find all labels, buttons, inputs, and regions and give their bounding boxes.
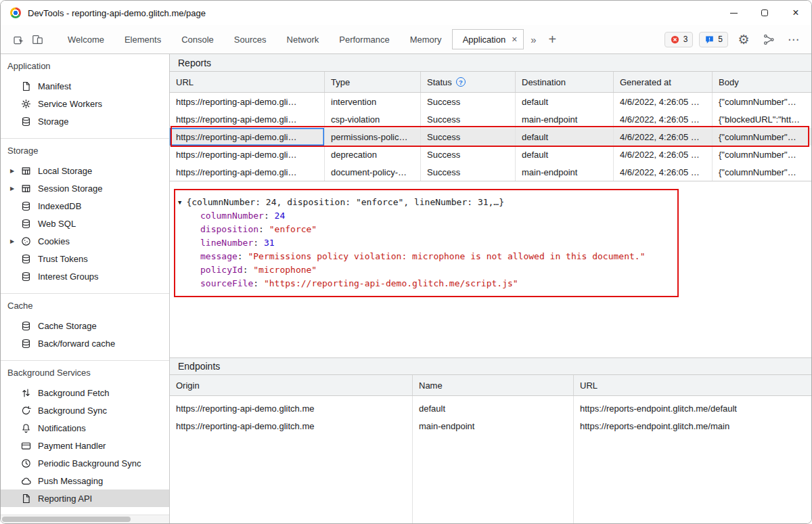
- sidebar-item-label: Storage: [38, 116, 69, 127]
- issues-counter[interactable]: 5: [699, 32, 728, 47]
- sidebar-item-session-storage[interactable]: ▶Session Storage: [1, 179, 169, 197]
- tab-sources[interactable]: Sources: [224, 29, 277, 49]
- column-header-body[interactable]: Body: [713, 72, 811, 92]
- cell-name[interactable]: default: [413, 399, 573, 417]
- tab-application[interactable]: Application×: [452, 29, 524, 49]
- column-header-name[interactable]: Name: [413, 375, 574, 395]
- cell-type: intervention: [325, 93, 421, 110]
- report-row[interactable]: https://reporting-api-demo.gli…deprecati…: [170, 146, 811, 163]
- tab-welcome[interactable]: Welcome: [58, 29, 114, 49]
- toggle-device-toolbar-button[interactable]: [28, 29, 47, 49]
- sidebar-item-storage[interactable]: Storage: [1, 112, 169, 130]
- sidebar-item-back-forward-cache[interactable]: Back/forward cache: [1, 334, 169, 352]
- cell-origin[interactable]: https://reporting-api-demo.glitch.me: [170, 399, 412, 417]
- sidebar-item-manifest[interactable]: Manifest: [1, 77, 169, 95]
- cell-body: {"columnNumber"…: [713, 146, 811, 163]
- report-row[interactable]: https://reporting-api-demo.gli…csp-viola…: [170, 110, 811, 128]
- expand-arrow-icon[interactable]: ▶: [10, 238, 20, 244]
- preview-summary-line[interactable]: ▼{columnNumber: 24, disposition: "enforc…: [178, 196, 811, 209]
- scrollbar-thumb[interactable]: [2, 517, 131, 522]
- sidebar-item-web-sql[interactable]: Web SQL: [1, 215, 169, 232]
- column-header-url[interactable]: URL: [574, 375, 811, 395]
- cell-generated: 4/6/2022, 4:26:05 …: [614, 128, 713, 146]
- maximize-button[interactable]: [749, 1, 780, 25]
- sidebar-item-service-workers[interactable]: Service Workers: [1, 95, 169, 112]
- endpoints-section-header: Endpoints: [170, 357, 811, 375]
- sidebar-item-label: Payment Handler: [38, 441, 106, 451]
- cell-body: {"columnNumber"…: [713, 93, 811, 110]
- column-header-origin[interactable]: Origin: [170, 375, 413, 395]
- column-header-url[interactable]: URL: [170, 72, 325, 92]
- cell-url[interactable]: https://reports-endpoint.glitch.me/main: [574, 417, 811, 435]
- sidebar-horizontal-scrollbar[interactable]: [1, 515, 169, 523]
- sidebar-item-trust-tokens[interactable]: Trust Tokens: [1, 250, 169, 267]
- sidebar-item-push-messaging[interactable]: Push Messaging: [1, 472, 169, 489]
- expand-arrow-icon[interactable]: ▶: [10, 168, 20, 174]
- sidebar-item-cookies[interactable]: ▶Cookies: [1, 232, 169, 250]
- property-colon: :: [243, 265, 254, 275]
- tab-network[interactable]: Network: [277, 29, 330, 49]
- database-icon: [20, 338, 32, 349]
- minimize-button[interactable]: [718, 1, 749, 25]
- report-row[interactable]: https://reporting-api-demo.gli…intervent…: [170, 93, 811, 110]
- property-value: "enforce": [269, 224, 317, 234]
- tab-memory[interactable]: Memory: [400, 29, 452, 49]
- device-toolbar-icon: [31, 33, 44, 46]
- expand-arrow-icon[interactable]: ▶: [10, 185, 20, 192]
- column-header-generated-at[interactable]: Generated at: [614, 72, 713, 92]
- sidebar-item-background-sync[interactable]: Background Sync: [1, 401, 169, 419]
- cell-url: https://reporting-api-demo.gli…: [170, 128, 325, 146]
- sidebar-item-periodic-background-sync[interactable]: Periodic Background Sync: [1, 454, 169, 472]
- close-button[interactable]: ×: [780, 1, 811, 25]
- tab-label: Elements: [125, 35, 161, 45]
- sidebar-item-local-storage[interactable]: ▶Local Storage: [1, 162, 169, 179]
- sidebar-item-reporting-api[interactable]: Reporting API: [1, 489, 169, 507]
- sidebar-item-label: Manifest: [38, 81, 71, 91]
- title-bar[interactable]: DevTools - reporting-api-demo.glitch.me/…: [1, 1, 811, 25]
- error-counter[interactable]: 3: [664, 32, 694, 47]
- connections-button[interactable]: [759, 29, 778, 49]
- report-row[interactable]: https://reporting-api-demo.gli…permissio…: [170, 128, 811, 146]
- report-row[interactable]: https://reporting-api-demo.gli…document-…: [170, 163, 811, 181]
- column-header-label: Origin: [176, 380, 200, 391]
- column-header-type[interactable]: Type: [325, 72, 421, 92]
- preview-property[interactable]: policyId: "microphone": [200, 263, 811, 277]
- sidebar-item-payment-handler[interactable]: Payment Handler: [1, 437, 169, 454]
- sidebar-item-label: Push Messaging: [38, 476, 103, 486]
- sidebar-item-label: Session Storage: [38, 183, 102, 194]
- cloud-icon: [20, 475, 32, 487]
- cell-origin[interactable]: https://reporting-api-demo.glitch.me: [170, 417, 412, 435]
- help-icon[interactable]: ?: [456, 77, 466, 87]
- more-options-button[interactable]: ⋯: [784, 29, 803, 49]
- window-controls: ×: [718, 1, 811, 25]
- sidebar-item-notifications[interactable]: Notifications: [1, 419, 169, 437]
- tab-console[interactable]: Console: [171, 29, 224, 49]
- cell-status: Success: [421, 163, 516, 181]
- sidebar-item-background-fetch[interactable]: Background Fetch: [1, 384, 169, 401]
- inspect-element-button[interactable]: [9, 29, 28, 49]
- cell-url[interactable]: https://reports-endpoint.glitch.me/defau…: [574, 399, 811, 417]
- settings-button[interactable]: ⚙: [734, 29, 753, 49]
- sidebar-section-storage: Storage▶Local Storage▶Session StorageInd…: [1, 139, 169, 294]
- preview-property[interactable]: disposition: "enforce": [200, 223, 811, 236]
- sidebar-item-indexeddb[interactable]: IndexedDB: [1, 197, 169, 215]
- endpoints-column-origin: https://reporting-api-demo.glitch.mehttp…: [170, 396, 413, 523]
- preview-property[interactable]: sourceFile: "https://reporting-api-demo.…: [200, 277, 811, 290]
- tab-performance[interactable]: Performance: [329, 29, 399, 49]
- preview-property[interactable]: message: "Permissions policy violation: …: [200, 250, 811, 263]
- preview-property[interactable]: columnNumber: 24: [200, 209, 811, 223]
- sidebar-item-cache-storage[interactable]: Cache Storage: [1, 317, 169, 334]
- table-grid-icon: [20, 183, 32, 194]
- column-header-destination[interactable]: Destination: [516, 72, 614, 92]
- add-tab-button[interactable]: +: [543, 29, 562, 49]
- tab-elements[interactable]: Elements: [114, 29, 171, 49]
- more-tabs-button[interactable]: »: [524, 29, 543, 49]
- close-tab-icon[interactable]: ×: [512, 35, 517, 44]
- collapse-triangle-icon[interactable]: ▼: [178, 196, 181, 209]
- cell-name[interactable]: main-endpoint: [413, 417, 573, 435]
- column-header-label: Destination: [522, 77, 566, 87]
- property-key: sourceFile: [200, 278, 253, 288]
- preview-property[interactable]: lineNumber: 31: [200, 236, 811, 250]
- column-header-status[interactable]: Status?: [421, 72, 516, 92]
- sidebar-item-interest-groups[interactable]: Interest Groups: [1, 267, 169, 285]
